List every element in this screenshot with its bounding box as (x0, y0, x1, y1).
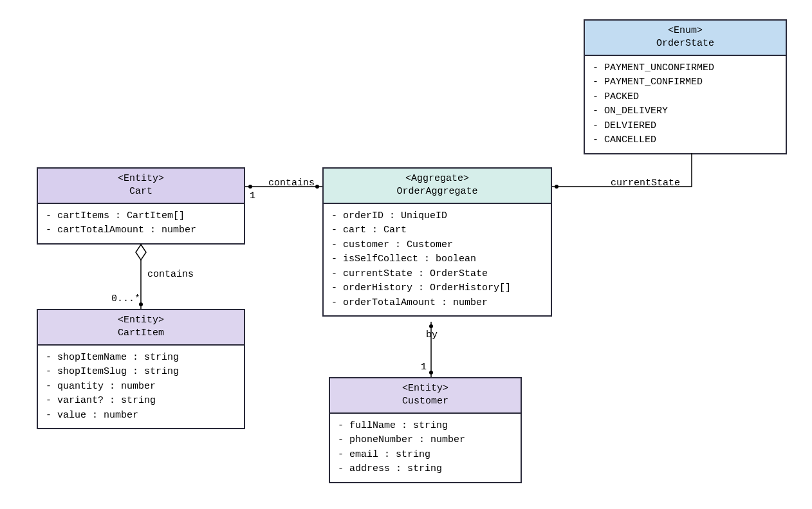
edge-mult-cart-cartitem: 0...* (111, 293, 140, 304)
class-body: - PAYMENT_UNCONFIRMED - PAYMENT_CONFIRME… (585, 56, 786, 153)
edge-mult-by: 1 (421, 362, 427, 373)
attr: - ON_DELIVERY (593, 104, 778, 119)
attr: - address : string (338, 462, 513, 477)
attr: - currentState : OrderState (331, 267, 543, 282)
attr: - orderID : UniqueID (331, 209, 543, 224)
class-box-cartitem: <Entity> CartItem - shopItemName : strin… (37, 309, 245, 429)
class-name: OrderState (591, 37, 779, 50)
attr: - isSelfCollect : boolean (331, 252, 543, 267)
svg-point-8 (429, 371, 433, 375)
class-box-orderstate: <Enum> OrderState - PAYMENT_UNCONFIRMED … (584, 19, 787, 154)
class-name: OrderAggregate (330, 185, 544, 198)
class-box-customer: <Entity> Customer - fullName : string - … (329, 377, 522, 483)
class-name: CartItem (44, 327, 237, 340)
stereotype: <Entity> (337, 382, 514, 395)
attr: - value : number (46, 409, 236, 423)
uml-canvas: <Enum> OrderState - PAYMENT_UNCONFIRMED … (0, 0, 812, 509)
stereotype: <Entity> (44, 172, 237, 185)
attr: - phoneNumber : number (338, 433, 513, 448)
class-body: - orderID : UniqueID - cart : Cart - cus… (324, 204, 551, 316)
svg-point-1 (248, 185, 252, 189)
attr: - cartItems : CartItem[] (46, 209, 236, 224)
edge-label-currentstate: currentState (611, 178, 680, 189)
attr: - cartTotalAmount : number (46, 223, 236, 238)
attr: - PACKED (593, 90, 778, 105)
attr: - shopItemSlug : string (46, 365, 236, 380)
class-box-cart: <Entity> Cart - cartItems : CartItem[] -… (37, 167, 245, 245)
attr: - PAYMENT_UNCONFIRMED (593, 61, 778, 76)
attr: - shopItemName : string (46, 351, 236, 366)
edge-label-contains-cart-cartitem: contains (147, 269, 194, 280)
class-body: - shopItemName : string - shopItemSlug :… (38, 346, 244, 429)
attr: - CANCELLED (593, 133, 778, 148)
attr: - variant? : string (46, 394, 236, 409)
svg-point-7 (429, 324, 433, 328)
svg-point-9 (555, 185, 558, 189)
stereotype: <Enum> (591, 24, 779, 37)
attr: - orderHistory : OrderHistory[] (331, 281, 543, 296)
attr: - DELVIERED (593, 119, 778, 134)
attr: - cart : Cart (331, 223, 543, 238)
attr: - orderTotalAmount : number (331, 296, 543, 311)
class-header: <Entity> Customer (330, 378, 521, 414)
edge-label-by: by (426, 329, 438, 340)
class-name: Cart (44, 185, 237, 198)
attr: - quantity : number (46, 380, 236, 394)
edge-label-contains-cart-order: contains (268, 178, 315, 189)
class-header: <Entity> Cart (38, 169, 244, 204)
class-box-orderaggregate: <Aggregate> OrderAggregate - orderID : U… (322, 167, 552, 317)
class-header: <Entity> CartItem (38, 310, 244, 346)
class-header: <Enum> OrderState (585, 21, 786, 56)
svg-point-2 (315, 185, 319, 189)
stereotype: <Aggregate> (330, 172, 544, 185)
attr: - email : string (338, 448, 513, 463)
attr: - PAYMENT_CONFIRMED (593, 75, 778, 90)
class-header: <Aggregate> OrderAggregate (324, 169, 551, 204)
stereotype: <Entity> (44, 314, 237, 327)
class-body: - cartItems : CartItem[] - cartTotalAmou… (38, 204, 244, 243)
class-body: - fullName : string - phoneNumber : numb… (330, 414, 521, 482)
attr: - customer : Customer (331, 238, 543, 253)
svg-marker-4 (136, 245, 146, 260)
attr: - fullName : string (338, 419, 513, 434)
class-name: Customer (337, 395, 514, 408)
edge-mult-cart-order: 1 (250, 190, 255, 201)
